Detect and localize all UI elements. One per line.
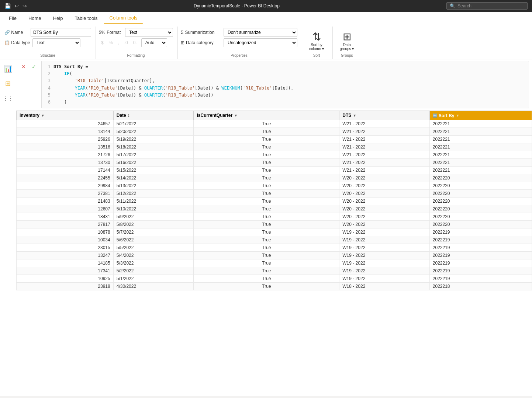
- table-row: 108785/7/2022TrueW19 - 20222022219: [17, 228, 532, 236]
- table-cell: 2022220: [429, 213, 532, 220]
- table-cell: True: [194, 259, 339, 267]
- ribbon-name-row: 🔗 Name: [4, 28, 91, 37]
- table-row: 224555/14/2022TrueW20 - 20222022220: [17, 174, 532, 182]
- table-cell: W19 - 2022: [339, 236, 430, 244]
- ribbon-group-sort: ⇅ Sort bycolumn ▾ Sort: [304, 27, 333, 59]
- table-cell: True: [194, 128, 339, 135]
- table-row: 109255/1/2022TrueW19 - 20222022219: [17, 275, 532, 282]
- table-row: 135165/18/2022TrueW21 - 20222022221: [17, 143, 532, 151]
- table-cell: 2022221: [429, 135, 532, 143]
- datacategory-label: ⊞ Data category: [181, 40, 221, 45]
- format-select[interactable]: Text: [125, 28, 173, 37]
- table-cell: 21483: [17, 197, 114, 205]
- groups-buttons: ⊞ Datagroups ▾: [336, 28, 358, 53]
- auto-select[interactable]: Auto: [141, 38, 167, 47]
- data-table-wrapper[interactable]: Inventory ▼ Date ↕ IsCur: [16, 111, 532, 396]
- ribbon-datatype-row: 📋 Data type Text: [4, 38, 91, 47]
- title-bar-search[interactable]: 🔍 Search: [446, 2, 528, 10]
- table-cell: 17341: [17, 267, 114, 275]
- ribbon-structure-controls: 🔗 Name 📋 Data type Text: [4, 28, 91, 53]
- table-cell: 2022221: [429, 120, 532, 128]
- table-cell: 27381: [17, 189, 114, 197]
- menu-table-tools[interactable]: Table tools: [69, 13, 103, 23]
- properties-group-label: Properties: [181, 53, 297, 59]
- formula-editor[interactable]: 1 DTS Sort By = 2 IF( 3 'R10_Table'[IsCu…: [41, 61, 529, 108]
- iscurrentquarter-filter-icon[interactable]: ▼: [234, 114, 238, 118]
- col-iscurrentquarter[interactable]: IsCurrentQuarter ▼: [194, 111, 339, 120]
- dts-filter-icon[interactable]: ▼: [353, 114, 356, 118]
- table-cell: 5/14/2022: [113, 174, 194, 182]
- sort-by-column-button[interactable]: ⇅ Sort bycolumn ▾: [305, 28, 328, 53]
- table-cell: W21 - 2022: [339, 151, 430, 158]
- menu-file[interactable]: File: [3, 13, 23, 23]
- table-cell: 13516: [17, 143, 114, 151]
- comma-button[interactable]: ,: [115, 39, 121, 46]
- table-cell: 23015: [17, 244, 114, 251]
- table-cell: W21 - 2022: [339, 166, 430, 174]
- sidebar-icon-table[interactable]: ⊞: [1, 77, 15, 90]
- table-cell: W19 - 2022: [339, 259, 430, 267]
- ribbon-format-row: $% Format Text: [99, 28, 173, 37]
- percent-button[interactable]: %: [107, 39, 115, 46]
- name-input[interactable]: [31, 28, 91, 37]
- save-icon[interactable]: 💾: [4, 3, 11, 9]
- table-cell: 2022221: [429, 143, 532, 151]
- datatype-icon: 📋: [4, 40, 10, 45]
- table-cell: 27817: [17, 220, 114, 228]
- table-cell: 21726: [17, 151, 114, 158]
- ribbon-properties-controls: Σ Summarization Don't summarize ⊞ Data c…: [181, 28, 297, 53]
- table-cell: 5/19/2022: [113, 135, 194, 143]
- table-cell: 5/5/2022: [113, 244, 194, 251]
- data-groups-label: Datagroups ▾: [340, 43, 354, 51]
- formula-confirm-button[interactable]: ✓: [30, 62, 38, 71]
- col-inventory[interactable]: Inventory ▼: [17, 111, 114, 120]
- undo-icon[interactable]: ↩: [14, 3, 19, 9]
- table-cell: True: [194, 197, 339, 205]
- menu-help[interactable]: Help: [47, 13, 69, 23]
- datatype-select[interactable]: Text: [32, 38, 80, 47]
- sort-buttons: ⇅ Sort bycolumn ▾: [305, 28, 328, 53]
- data-groups-button[interactable]: ⊞ Datagroups ▾: [336, 28, 358, 53]
- sortby-filter-icon[interactable]: ▼: [456, 114, 460, 118]
- formula-cancel-button[interactable]: ✕: [19, 62, 28, 71]
- table-cell: True: [194, 151, 339, 158]
- col-dts[interactable]: DTS ▼: [339, 111, 430, 120]
- table-cell: 29984: [17, 182, 114, 189]
- menu-column-tools[interactable]: Column tools: [104, 13, 144, 24]
- menu-home[interactable]: Home: [23, 13, 47, 23]
- sidebar-icon-report[interactable]: 📊: [1, 62, 15, 76]
- data-table: Inventory ▼ Date ↕ IsCur: [16, 111, 532, 290]
- table-cell: 4/30/2022: [113, 282, 194, 290]
- col-sortby[interactable]: 🔤 Sort By ▼: [429, 111, 532, 120]
- table-cell: 5/8/2022: [113, 220, 194, 228]
- table-cell: 5/17/2022: [113, 151, 194, 158]
- date-sort-icon[interactable]: ↕: [128, 113, 130, 118]
- dec-dec-button[interactable]: 0.: [131, 39, 139, 46]
- dec-inc-button[interactable]: .0: [122, 39, 130, 46]
- datacategory-select[interactable]: Uncategorized: [224, 38, 297, 47]
- table-cell: 14185: [17, 259, 114, 267]
- table-cell: True: [194, 220, 339, 228]
- name-icon: 🔗: [4, 30, 10, 35]
- table-cell: 10878: [17, 228, 114, 236]
- table-cell: True: [194, 275, 339, 282]
- table-cell: 2022220: [429, 189, 532, 197]
- table-cell: 5/11/2022: [113, 197, 194, 205]
- summarization-select[interactable]: Don't summarize: [224, 28, 297, 37]
- table-cell: W21 - 2022: [339, 120, 430, 128]
- redo-icon[interactable]: ↪: [23, 3, 27, 9]
- sidebar-icon-model[interactable]: ⋮⋮: [1, 92, 15, 105]
- table-cell: 2022219: [429, 228, 532, 236]
- table-cell: 10925: [17, 275, 114, 282]
- inventory-filter-icon[interactable]: ▼: [41, 114, 45, 118]
- col-date[interactable]: Date ↕: [113, 111, 194, 120]
- table-cell: 17144: [17, 166, 114, 174]
- currency-button[interactable]: $: [99, 39, 106, 46]
- ribbon-group-groups: ⊞ Datagroups ▾ Groups: [334, 27, 362, 59]
- table-cell: W20 - 2022: [339, 182, 430, 189]
- sort-by-column-icon: ⇅: [312, 31, 321, 43]
- table-row: 126075/10/2022TrueW20 - 20222022220: [17, 205, 532, 213]
- table-cell: 5/13/2022: [113, 182, 194, 189]
- table-row: 131445/20/2022TrueW21 - 20222022221: [17, 128, 532, 135]
- table-cell: 2022219: [429, 244, 532, 251]
